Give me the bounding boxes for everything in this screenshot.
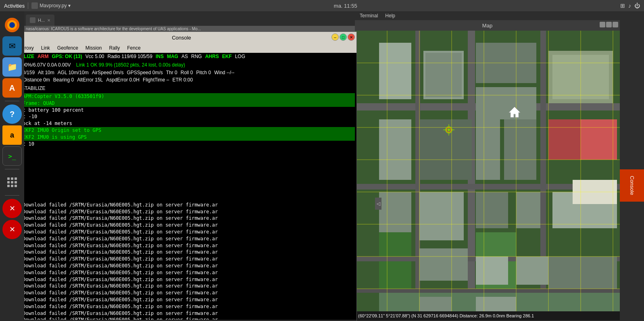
window-controls: – □ ✕ <box>331 33 355 41</box>
terminal-menu-bar: Terminal Help <box>355 11 620 20</box>
sidebar-collapse-button[interactable]: ◁ <box>375 198 381 210</box>
console-output[interactable]: APM: APM:Copter V3.5.0 (633501f9) APM: F… <box>6 92 356 320</box>
menu-geofence[interactable]: Geofence <box>54 44 81 52</box>
maximize-button[interactable]: □ <box>340 33 347 41</box>
status-rng: RNG <box>190 54 204 59</box>
map-title-bar: Map <box>355 20 620 31</box>
clock: ma. 11:55 <box>334 3 357 9</box>
menu-rally[interactable]: Rally <box>106 44 123 52</box>
roll-label: Roll 0 <box>179 70 195 75</box>
svg-rect-27 <box>476 192 508 228</box>
menu-link[interactable]: Link <box>38 44 53 52</box>
close-button[interactable]: ✕ <box>348 33 355 41</box>
map-minimize[interactable] <box>600 22 605 27</box>
terminal-window: username-VirtualBox: /home/username/icar… <box>355 0 620 321</box>
map-title: Map <box>482 23 492 29</box>
minimize-button[interactable]: – <box>331 33 339 41</box>
app-name-label: Mavproxy.py <box>40 3 67 8</box>
svg-rect-6 <box>7 181 10 183</box>
map-resize[interactable] <box>606 22 612 27</box>
console-side-label: Console <box>629 176 635 195</box>
svg-rect-40 <box>355 289 620 293</box>
console-line-ekf2: APM: EKF2 IMU0 is using GPS <box>8 134 355 141</box>
status-ahrs: AHRS <box>204 54 221 59</box>
srtm-line-0: SRTM Download failed /SRTM/Eurasia/N60E0… <box>8 202 355 208</box>
console-sr-7: SR <box>8 188 355 195</box>
status-ekf: EKF <box>221 54 233 59</box>
dock: ✉ 📁 A ? a >_ ✕ ✕ <box>0 11 24 321</box>
dock-red-app-2[interactable]: ✕ <box>2 220 22 239</box>
srtm-line-9: SRTM Download failed /SRTM/Eurasia/N60E0… <box>8 263 355 269</box>
console-sr-5: SR <box>8 175 355 181</box>
dock-apps-grid[interactable] <box>2 173 22 192</box>
browser-url-bar[interactable]: nasa/icarous: ICAROUS is a software arch… <box>26 27 201 31</box>
dock-orange-app[interactable]: A <box>2 78 22 98</box>
dock-terminal[interactable]: >_ <box>2 146 22 166</box>
alterror-label: AltError 15L <box>77 77 103 83</box>
status-as: AS <box>180 54 190 59</box>
dock-separator-2 <box>5 169 19 169</box>
svg-rect-25 <box>379 192 411 232</box>
dock-thunderbird[interactable]: ✉ <box>2 36 22 56</box>
srtm-line-15: SRTM Download failed /SRTM/Eurasia/N60E0… <box>8 303 355 310</box>
svg-marker-64 <box>509 107 520 117</box>
menu-terminal[interactable]: Terminal <box>356 12 381 19</box>
svg-rect-11 <box>15 185 17 187</box>
app-icon <box>31 2 38 9</box>
svg-rect-19 <box>425 53 462 97</box>
dock-help[interactable]: ? <box>2 104 22 124</box>
dock-separator-1 <box>5 101 19 101</box>
mode-bar: Mode STABILIZE <box>6 83 356 92</box>
console-side-panel[interactable]: Console <box>620 169 644 202</box>
link-text: Link 1 OK 99.9% (18502 pkts, 24 lost, 0.… <box>76 62 185 68</box>
svg-rect-9 <box>7 185 10 187</box>
map-window-buttons <box>600 22 618 27</box>
browser-tab[interactable]: H... ✕ <box>26 15 54 26</box>
svg-rect-32 <box>379 119 411 180</box>
app-indicator[interactable]: Mavproxy.py ▾ <box>31 2 71 9</box>
svg-rect-26 <box>419 192 464 240</box>
batt-line: Batt: 100%/6.07V 0.0A 0.00V Link 1 OK 99… <box>8 62 185 68</box>
console-line-battery: Flight battery 100 percent <box>8 107 355 114</box>
console-line-height2: height 10 <box>8 141 355 148</box>
console-sr-2: SR <box>8 154 355 161</box>
browser-window: H... ✕ nasa/icarous: ICAROUS is a softwa… <box>24 11 355 31</box>
map-close[interactable] <box>613 22 618 27</box>
alt-label: Alt 10m <box>36 70 56 75</box>
svg-rect-44 <box>548 256 617 289</box>
svg-rect-30 <box>476 119 500 180</box>
status-log: LOG <box>233 54 247 59</box>
activities-button[interactable]: Activities <box>4 3 25 9</box>
dock-amazon[interactable]: a <box>2 125 22 145</box>
mavproxy-menubar: MAVProxy Link Geofence Mission Rally Fen… <box>6 43 356 53</box>
console-sr-8: SR <box>8 195 355 202</box>
srtm-line-7: SRTM Download failed /SRTM/Eurasia/N60E0… <box>8 249 355 256</box>
dock-firefox[interactable] <box>2 15 22 35</box>
map-background <box>355 31 620 311</box>
flighttime-label: FlightTime – <box>143 77 169 83</box>
wp-line: WP 0 Distance 0m Bearing 0 AltError 15L … <box>8 77 355 83</box>
dock-files[interactable]: 📁 <box>2 57 22 77</box>
menu-fence[interactable]: Fence <box>124 44 144 52</box>
aspderror-label: AspdError 0.0H <box>106 77 140 83</box>
power-icon: ⏻ <box>634 2 640 9</box>
menu-help[interactable]: Help <box>382 12 398 19</box>
srtm-line-6: SRTM Download failed /SRTM/Eurasia/N60E0… <box>8 242 355 249</box>
pitch-label: Pitch 0 <box>194 70 213 75</box>
close-tab-icon[interactable]: ✕ <box>47 18 50 23</box>
map-home-marker <box>508 105 521 120</box>
console-sr-6: SR <box>8 181 355 188</box>
bearing-label: Bearing 0 <box>53 77 74 83</box>
dock-red-app-1[interactable]: ✕ <box>2 199 22 218</box>
console-line-height1: height -10 <box>8 113 355 120</box>
distance-label: Distance 0m <box>23 77 50 83</box>
svg-rect-20 <box>379 43 411 99</box>
srtm-line-4: SRTM Download failed /SRTM/Eurasia/N60E0… <box>8 229 355 236</box>
console-line-ekf1: APM: EKF2 IMU0 Origin set to GPS <box>8 127 355 134</box>
status-bar-2: Batt: 100%/6.07V 0.0A 0.00V Link 1 OK 99… <box>6 60 356 69</box>
menu-mission[interactable]: Mission <box>82 44 105 52</box>
agl-label: AGL 10m/10m <box>56 70 90 75</box>
map-area[interactable] <box>355 31 620 311</box>
svg-rect-28 <box>516 192 540 228</box>
network-icon: ⊞ <box>620 2 625 9</box>
